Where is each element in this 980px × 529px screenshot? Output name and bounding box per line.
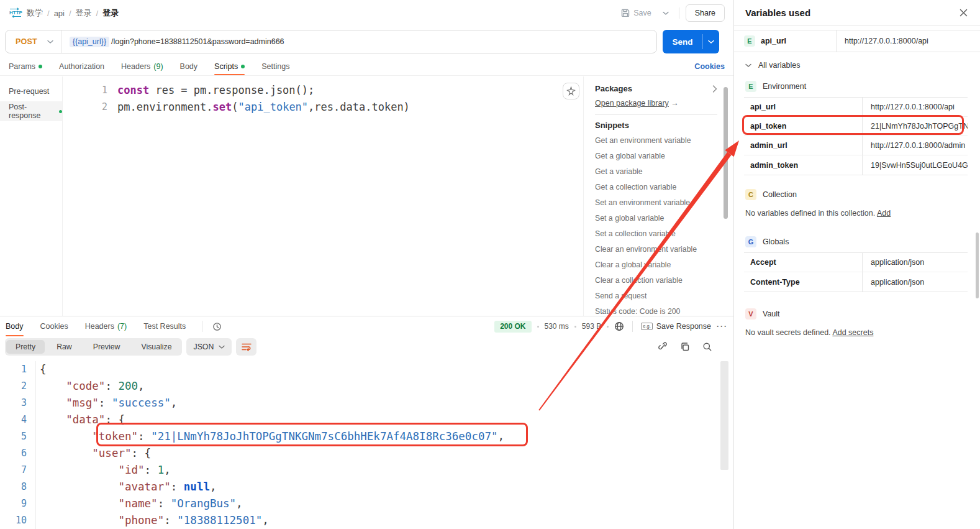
snippet-set-a-global-variable[interactable]: Set a global variable bbox=[595, 211, 717, 226]
view-visualize[interactable]: Visualize bbox=[132, 340, 181, 354]
variable-value[interactable]: 19|SvwHn5Suj0utLGEoU4G8r... bbox=[862, 155, 968, 175]
snippets-list: Get an environment variableGet a global … bbox=[595, 133, 717, 316]
snippet-clear-a-collection-variable[interactable]: Clear a collection variable bbox=[595, 273, 717, 288]
vault-empty-message: No vault secrets defined. bbox=[745, 328, 831, 337]
breadcrumb-item-0[interactable]: 数学 bbox=[27, 7, 43, 19]
variable-row-api-token[interactable]: api_token21|LNmYh78JoJhTOPGgTNK... bbox=[744, 117, 968, 136]
used-variable-row[interactable]: E api_url http://127.0.0.1:8000/api bbox=[734, 30, 980, 52]
code-token: : bbox=[164, 514, 177, 527]
code-text: "msg": "success", bbox=[36, 395, 177, 412]
url-variable-chip[interactable]: {{api_url}} bbox=[70, 37, 109, 47]
snippet-get-an-environment-variable[interactable]: Get an environment variable bbox=[595, 133, 717, 149]
tab-settings[interactable]: Settings bbox=[261, 57, 289, 75]
cookies-link[interactable]: Cookies bbox=[694, 62, 725, 71]
search-icon[interactable] bbox=[702, 342, 712, 352]
add-collection-variable-link[interactable]: Add bbox=[877, 209, 891, 218]
variable-row-admin-token[interactable]: admin_token19|SvwHn5Suj0utLGEoU4G8r... bbox=[744, 155, 968, 175]
view-preview[interactable]: Preview bbox=[84, 340, 130, 354]
request-bar: POST {{api_url}} /login?phone=1838811250… bbox=[5, 30, 719, 53]
tab-params[interactable]: Params bbox=[9, 57, 42, 75]
close-icon[interactable] bbox=[960, 9, 968, 17]
snippet-clear-a-global-variable[interactable]: Clear a global variable bbox=[595, 257, 717, 273]
tab-headers[interactable]: Headers(9) bbox=[121, 57, 163, 75]
all-variables-toggle[interactable]: All variables bbox=[734, 52, 980, 78]
tab-body[interactable]: Body bbox=[180, 57, 198, 75]
variable-value[interactable]: application/json bbox=[862, 272, 968, 292]
snippet-set-an-environment-variable[interactable]: Set an environment variable bbox=[595, 195, 717, 211]
line-number: 10 bbox=[0, 512, 36, 529]
breadcrumb-items: 数学/api/登录/登录 bbox=[27, 7, 119, 19]
snippet-get-a-collection-variable[interactable]: Get a collection variable bbox=[595, 180, 717, 195]
format-dropdown[interactable]: JSON bbox=[186, 338, 232, 356]
status-badge[interactable]: 200 OK bbox=[494, 321, 531, 333]
copy-icon[interactable] bbox=[680, 342, 690, 352]
format-label: JSON bbox=[193, 343, 214, 351]
open-package-library-label[interactable]: Open package library bbox=[595, 99, 669, 108]
code-token: "id" bbox=[118, 464, 144, 476]
save-button[interactable]: Save bbox=[617, 6, 655, 20]
variable-row-api-url[interactable]: api_urlhttp://127.0.0.1:8000/api bbox=[744, 98, 968, 117]
breadcrumb-item-2[interactable]: 登录 bbox=[76, 7, 92, 19]
variable-row-admin-url[interactable]: admin_urlhttp://127.0.0.1:8000/admin bbox=[744, 136, 968, 155]
variable-row-content-type[interactable]: Content-Typeapplication/json bbox=[744, 272, 968, 292]
packages-header[interactable]: Packages bbox=[595, 84, 717, 93]
code-token: "msg" bbox=[66, 397, 99, 409]
snippet-get-a-variable[interactable]: Get a variable bbox=[595, 164, 717, 180]
snippet-get-a-global-variable[interactable]: Get a global variable bbox=[595, 149, 717, 164]
vault-section-header: V Vault bbox=[734, 306, 980, 322]
save-response-button[interactable]: e.g. Save Response bbox=[641, 322, 711, 331]
used-variable-value[interactable]: http://127.0.0.1:8000/api bbox=[836, 30, 980, 52]
green-dot bbox=[59, 110, 62, 113]
response-scrollbar[interactable] bbox=[720, 361, 728, 470]
history-icon[interactable] bbox=[212, 322, 222, 331]
snippet-send-a-request[interactable]: Send a request bbox=[595, 288, 717, 304]
url-input[interactable]: {{api_url}} /login?phone=18388112501&pas… bbox=[62, 37, 284, 47]
postbot-button[interactable] bbox=[563, 83, 579, 99]
link-icon[interactable] bbox=[658, 342, 668, 352]
script-editor[interactable]: 1const res = pm.response.json();2pm.envi… bbox=[63, 81, 583, 115]
snippet-set-a-collection-variable[interactable]: Set a collection variable bbox=[595, 226, 717, 242]
open-package-library-link[interactable]: Open package library → bbox=[595, 99, 717, 108]
share-button[interactable]: Share bbox=[686, 4, 725, 22]
script-phase-post-response[interactable]: Post-response bbox=[0, 101, 62, 121]
response-tab-body[interactable]: Body bbox=[6, 316, 24, 336]
code-token: ( bbox=[232, 101, 238, 113]
response-tab-test-results[interactable]: Test Results bbox=[143, 316, 186, 336]
view-raw[interactable]: Raw bbox=[47, 340, 81, 354]
response-size[interactable]: 593 B bbox=[582, 322, 601, 331]
breadcrumb-separator: / bbox=[47, 9, 50, 18]
tab-label: Body bbox=[6, 322, 24, 331]
send-options-button[interactable] bbox=[703, 30, 719, 53]
globe-icon[interactable] bbox=[614, 321, 624, 331]
variable-value[interactable]: http://127.0.0.1:8000/api bbox=[862, 98, 968, 116]
vault-section-label: Vault bbox=[763, 310, 780, 318]
send-button[interactable]: Send bbox=[663, 30, 702, 53]
variable-value[interactable]: 21|LNmYh78JoJhTOPGgTNK... bbox=[862, 117, 968, 136]
save-options-button[interactable] bbox=[659, 9, 673, 18]
breadcrumb-item-3[interactable]: 登录 bbox=[102, 7, 119, 19]
more-options-icon[interactable]: ··· bbox=[717, 322, 728, 331]
snippet-status-code-code-is-200[interactable]: Status code: Code is 200 bbox=[595, 304, 717, 316]
variable-value[interactable]: http://127.0.0.1:8000/admin bbox=[862, 136, 968, 155]
snippets-scrollbar[interactable] bbox=[724, 87, 728, 219]
response-time[interactable]: 530 ms bbox=[545, 322, 569, 331]
wrap-text-button[interactable] bbox=[236, 338, 256, 356]
variable-value[interactable]: application/json bbox=[862, 253, 968, 272]
script-code-line: 2pm.environment.set("api_token",res.data… bbox=[63, 98, 583, 115]
view-pretty[interactable]: Pretty bbox=[6, 340, 45, 354]
breadcrumb-item-1[interactable]: api bbox=[54, 9, 65, 18]
response-body[interactable]: 1{2 "code": 200,3 "msg": "success",4 "da… bbox=[0, 361, 733, 529]
add-secrets-link[interactable]: Add secrets bbox=[832, 328, 873, 337]
snippet-clear-an-environment-variable[interactable]: Clear an environment variable bbox=[595, 242, 717, 257]
url-box: POST {{api_url}} /login?phone=1838811250… bbox=[5, 30, 657, 53]
response-tab-cookies[interactable]: Cookies bbox=[40, 316, 68, 336]
line-number: 2 bbox=[63, 101, 117, 113]
script-phase-pre-request[interactable]: Pre-request bbox=[0, 81, 62, 101]
response-tab-headers[interactable]: Headers(7) bbox=[85, 316, 127, 336]
method-selector[interactable]: POST bbox=[6, 30, 61, 53]
tab-scripts[interactable]: Scripts bbox=[214, 57, 245, 75]
panel-scrollbar[interactable] bbox=[976, 232, 979, 298]
tab-authorization[interactable]: Authorization bbox=[59, 57, 104, 75]
environment-section-label: Environment bbox=[763, 82, 806, 91]
variable-row-accept[interactable]: Acceptapplication/json bbox=[744, 253, 968, 272]
